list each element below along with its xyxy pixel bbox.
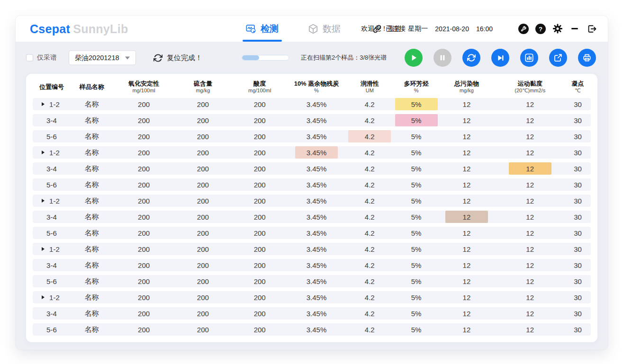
export-button[interactable] — [549, 49, 567, 67]
logout-icon[interactable] — [587, 24, 597, 34]
spectra-only-checkbox[interactable] — [26, 54, 33, 62]
table-cell: 200 — [113, 195, 175, 207]
chart-button[interactable] — [520, 49, 538, 67]
cell-value: 名称 — [83, 259, 101, 271]
cell-value: 名称 — [83, 114, 101, 126]
cell-value: 200 — [252, 114, 268, 126]
table-cell: 5% — [395, 146, 438, 159]
cell-value: 1-2 — [47, 243, 62, 255]
rescan-button[interactable] — [462, 49, 480, 67]
table-row[interactable]: 5-6名称2002002003.45%4.25%121230 — [33, 275, 591, 287]
table-cell: 12 — [438, 195, 496, 207]
reset-status[interactable]: 复位完成！ — [153, 53, 202, 63]
tab-data[interactable]: 数据 — [308, 16, 341, 42]
table-cell: 4.2 — [345, 307, 395, 320]
expand-arrow-icon[interactable] — [42, 102, 45, 106]
cell-value: 4.2 — [363, 195, 377, 207]
table-cell: 30 — [565, 162, 591, 175]
cell-value: 200 — [195, 259, 211, 271]
cell-value: 名称 — [83, 323, 101, 336]
expand-arrow-icon[interactable] — [42, 199, 45, 203]
cell-value: 200 — [136, 275, 152, 287]
tab-detection[interactable]: 检测 — [246, 16, 279, 42]
table-cell: 名称 — [71, 275, 113, 287]
column-unit: (20℃)mm2/s — [495, 88, 565, 94]
table-row[interactable]: 5-6名称2002002003.45%4.25%121230 — [33, 178, 591, 191]
cell-value: 30 — [572, 162, 584, 175]
print-button[interactable] — [578, 49, 596, 67]
table-row[interactable]: 3-4名称2002002003.45%4.25%121230 — [33, 211, 591, 223]
table-row[interactable]: 5-6名称2002002003.45%4.25%121230 — [33, 227, 591, 239]
cell-value: 12 — [461, 130, 473, 142]
logo-primary: Csepat — [30, 22, 70, 35]
sample-dropdown-value: 柴油20201218 — [75, 53, 119, 62]
expand-arrow-icon[interactable] — [42, 247, 45, 251]
expand-arrow-icon[interactable] — [42, 151, 45, 154]
table-cell: 4.2 — [345, 162, 395, 175]
table-cell: 名称 — [71, 162, 113, 175]
table-cell: 5% — [395, 195, 438, 207]
table-row[interactable]: 3-4名称2002002003.45%4.25%121230 — [33, 307, 591, 320]
table-cell: 12 — [495, 195, 565, 207]
start-button[interactable] — [405, 49, 423, 67]
help-icon[interactable]: ? — [535, 24, 546, 34]
table-row[interactable]: 5-6名称2002002003.45%4.25%121230 — [33, 130, 591, 142]
cell-value: 5% — [409, 243, 424, 255]
sample-dropdown[interactable]: 柴油20201218 — [69, 51, 136, 65]
date-text: 2021-08-20 — [435, 25, 469, 33]
cell-value: 12 — [524, 259, 536, 271]
table-row[interactable]: 3-4名称2002002003.45%4.25%121230 — [33, 114, 591, 126]
table-cell: 30 — [565, 227, 591, 239]
column-header: 多环芳烃% — [395, 80, 438, 94]
cell-value: 200 — [136, 178, 152, 191]
table-cell: 4.2 — [345, 178, 395, 191]
column-header: 凝点℃ — [565, 80, 591, 94]
table-cell: 200 — [113, 323, 175, 336]
cell-value: 200 — [252, 178, 268, 191]
column-unit: ℃ — [565, 88, 591, 94]
table-cell: 30 — [565, 195, 591, 207]
cell-value: 5% — [409, 146, 424, 159]
settings-icon[interactable] — [552, 24, 563, 34]
table-cell: 5-6 — [33, 130, 71, 142]
pause-button[interactable] — [433, 49, 451, 67]
table-row[interactable]: 3-4名称2002002003.45%4.25%121230 — [33, 259, 591, 271]
table-row[interactable]: 1-2名称2002002003.45%4.25%121230 — [33, 98, 591, 110]
table-row[interactable]: 5-6名称2002002003.45%4.25%121230 — [33, 323, 591, 336]
cell-value: 4.2 — [363, 178, 377, 191]
toolbar: 仅采谱 柴油20201218 复位完成！ 正在扫描第2个样品：3/8张光谱 — [16, 42, 608, 74]
column-unit: % — [395, 88, 438, 94]
cell-value: 5% — [409, 130, 424, 142]
wrench-icon[interactable] — [518, 24, 529, 34]
column-label: 凝点 — [565, 80, 591, 88]
cell-value: 30 — [572, 130, 584, 142]
cell-value: 30 — [572, 307, 584, 320]
table-cell: 名称 — [71, 146, 113, 159]
cell-value: 200 — [252, 195, 268, 207]
table-row[interactable]: 1-2名称2002002003.45%4.25%121230 — [33, 146, 591, 159]
skip-button[interactable] — [491, 49, 509, 67]
table-row[interactable]: 3-4名称2002002003.45%4.25%121230 — [33, 162, 591, 175]
table-cell: 30 — [565, 98, 591, 110]
table-cell: 200 — [231, 275, 288, 287]
cell-value: 200 — [195, 275, 211, 287]
app-logo: CsepatSunnyLib — [30, 22, 128, 36]
cell-value: 1-2 — [47, 98, 62, 110]
cell-value: 12 — [524, 130, 536, 142]
expand-arrow-icon[interactable] — [42, 295, 45, 299]
table-cell: 5% — [395, 323, 438, 336]
table-row[interactable]: 1-2名称2002002003.45%4.25%121230 — [33, 243, 591, 255]
cell-value: 12 — [524, 195, 536, 207]
table-cell: 12 — [495, 275, 565, 287]
cell-value: 200 — [252, 243, 268, 255]
table-row[interactable]: 1-2名称2002002003.45%4.25%121230 — [33, 195, 591, 207]
minimize-icon[interactable] — [569, 24, 580, 34]
column-label: 硫含量 — [174, 80, 231, 88]
cell-value: 5-6 — [45, 323, 59, 336]
cell-value: 4.2 — [363, 307, 377, 320]
cell-value: 3-4 — [45, 259, 59, 271]
table-cell: 5% — [395, 291, 438, 303]
cell-value: 200 — [136, 114, 152, 126]
table-row[interactable]: 1-2名称2002002003.45%4.25%121230 — [33, 291, 591, 303]
table-cell: 名称 — [71, 259, 113, 271]
